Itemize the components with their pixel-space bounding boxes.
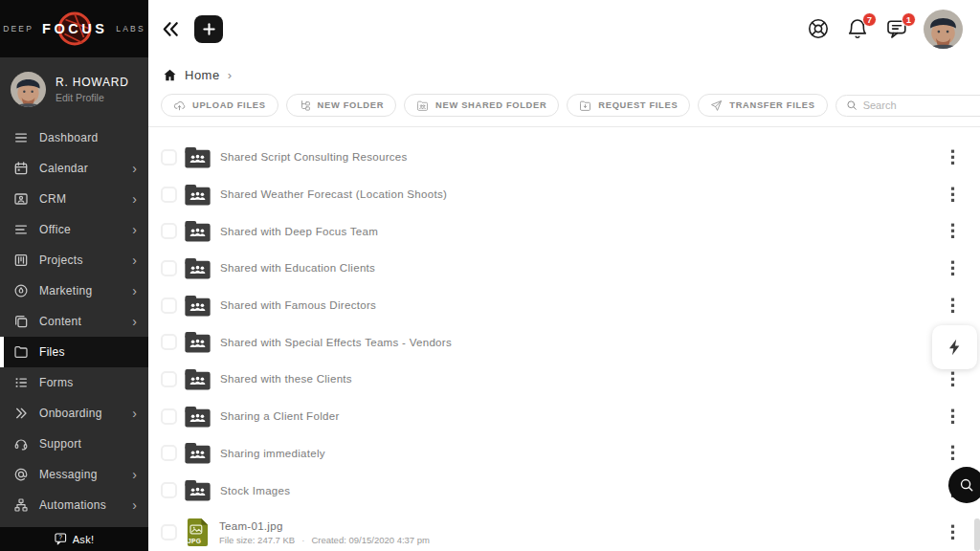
ask-label: Ask! (73, 534, 95, 545)
request-files-icon (579, 99, 591, 112)
kebab-menu-icon[interactable] (947, 408, 958, 425)
row-checkbox[interactable] (161, 445, 177, 461)
search-input[interactable] (863, 99, 980, 111)
folder-name[interactable]: Shared with Deep Focus Team (220, 226, 947, 237)
kebab-menu-icon[interactable] (947, 223, 958, 239)
sidebar-item-messaging[interactable]: Messaging › (0, 459, 148, 490)
sidebar-item-label: CRM (39, 192, 122, 206)
kebab-menu-icon[interactable] (947, 298, 958, 314)
file-name[interactable]: Team-01.jpg (219, 520, 947, 532)
folder-name[interactable]: Shared with Education Clients (220, 262, 947, 274)
folder-row[interactable]: Shared Weather Forecast (Location Shoots… (148, 176, 980, 213)
new-folder-button[interactable]: NEW FOLDER (286, 94, 397, 117)
request-files-button[interactable]: REQUEST FILES (567, 94, 690, 117)
scrollbar-thumb[interactable] (974, 518, 980, 551)
shared-folder-icon (184, 330, 212, 354)
sidebar-item-automations[interactable]: Automations › (0, 490, 148, 520)
calendar-icon (13, 161, 29, 176)
row-checkbox[interactable] (161, 187, 177, 203)
quick-actions-button[interactable] (932, 325, 977, 369)
shared-folder-icon (184, 294, 212, 318)
sidebar-item-forms[interactable]: Forms › (0, 367, 148, 398)
breadcrumb-home[interactable]: Home (185, 68, 220, 82)
sidebar-item-office[interactable]: Office › (0, 214, 148, 245)
row-checkbox[interactable] (161, 408, 177, 425)
folder-row[interactable]: Sharing a Client Folder (148, 398, 980, 435)
profile-section[interactable]: R. HOWARD Edit Profile (0, 57, 148, 121)
upload-files-button[interactable]: UPLOAD FILES (161, 94, 278, 117)
help-lifebuoy-icon[interactable] (807, 17, 830, 40)
row-checkbox[interactable] (161, 149, 177, 165)
row-checkbox[interactable] (161, 260, 177, 276)
sidebar-item-calendar[interactable]: Calendar › (0, 153, 148, 184)
kebab-menu-icon[interactable] (947, 149, 958, 165)
svg-text:?: ? (58, 534, 62, 540)
row-checkbox[interactable] (161, 334, 177, 350)
folder-row[interactable]: Sharing immediately (148, 435, 980, 473)
sidebar-item-dashboard[interactable]: Dashboard › (0, 122, 148, 153)
new-shared-folder-button[interactable]: NEW SHARED FOLDER (404, 94, 559, 117)
sidebar-item-label: Automations (39, 498, 122, 512)
plus-icon (200, 20, 218, 38)
sidebar-item-onboarding[interactable]: Onboarding › (0, 398, 148, 429)
sidebar-item-support[interactable]: Support › (0, 429, 148, 459)
logo-word-labs: LABS (116, 24, 145, 33)
notifications-bell-icon[interactable]: 7 (846, 17, 869, 40)
folder-row[interactable]: Shared with Famous Directors (148, 287, 980, 324)
folder-name[interactable]: Shared with Famous Directors (220, 299, 947, 311)
folder-name[interactable]: Stock Images (220, 485, 947, 496)
collapse-sidebar-icon[interactable] (160, 18, 182, 40)
sidebar-item-label: Projects (39, 253, 122, 267)
chevron-right-icon: › (132, 223, 137, 236)
home-icon[interactable] (163, 68, 177, 82)
file-row[interactable]: JPG Team-01.jpg File size: 247.7 KB · Cr… (148, 509, 980, 551)
folder-name[interactable]: Shared Script Consulting Resources (220, 151, 947, 163)
folder-row[interactable]: Shared with these Clients (148, 361, 980, 398)
chevron-right-icon: › (132, 315, 137, 328)
logo-word-focus: FOCUS (42, 21, 107, 36)
sidebar-item-label: Files (39, 345, 122, 359)
row-checkbox[interactable] (161, 482, 177, 498)
toolbar-button-label: REQUEST FILES (598, 100, 678, 110)
kebab-menu-icon[interactable] (947, 187, 958, 203)
kebab-menu-icon[interactable] (947, 524, 958, 540)
sidebar-item-label: Content (39, 315, 122, 328)
kebab-menu-icon[interactable] (947, 260, 958, 276)
folder-name[interactable]: Sharing immediately (220, 448, 947, 459)
row-checkbox[interactable] (161, 524, 177, 540)
ask-button[interactable]: ? Ask! (0, 527, 148, 551)
floating-search-button[interactable] (948, 467, 980, 503)
logo: DEEP FOCUS LABS (0, 0, 148, 57)
folder-name[interactable]: Shared with Special Effects Teams - Vend… (220, 337, 947, 348)
row-checkbox[interactable] (161, 223, 177, 239)
sidebar-item-marketing[interactable]: Marketing › (0, 276, 148, 306)
add-new-button[interactable] (194, 15, 223, 43)
folder-name[interactable]: Sharing a Client Folder (220, 410, 947, 422)
sidebar-item-content[interactable]: Content › (0, 306, 148, 337)
sidebar-item-label: Forms (39, 376, 122, 389)
kebab-menu-icon[interactable] (947, 371, 958, 387)
svg-text:JPG: JPG (188, 539, 201, 545)
forms-icon (13, 375, 29, 390)
row-checkbox[interactable] (161, 371, 177, 387)
edit-profile-link[interactable]: Edit Profile (56, 92, 129, 103)
folder-row[interactable]: Shared with Deep Focus Team (148, 212, 980, 250)
sitemap-icon (13, 497, 29, 513)
messages-chat-icon[interactable]: 1 (885, 17, 908, 40)
row-checkbox[interactable] (161, 298, 177, 314)
shared-folder-icon (416, 99, 429, 112)
folder-row[interactable]: Shared with Education Clients (148, 250, 980, 287)
sidebar-item-label: Calendar (39, 162, 122, 175)
folder-name[interactable]: Shared Weather Forecast (Location Shoots… (220, 188, 947, 200)
folder-name[interactable]: Shared with these Clients (220, 373, 947, 385)
onboarding-icon (13, 406, 29, 421)
kebab-menu-icon[interactable] (947, 445, 958, 461)
sidebar-item-files[interactable]: Files › (0, 337, 148, 367)
transfer-files-button[interactable]: TRANSFER FILES (698, 94, 827, 117)
folder-row[interactable]: Shared with Special Effects Teams - Vend… (148, 323, 980, 361)
folder-row[interactable]: Stock Images (148, 472, 980, 509)
sidebar-item-crm[interactable]: CRM › (0, 184, 148, 214)
user-avatar[interactable] (924, 10, 963, 49)
sidebar-item-projects[interactable]: Projects › (0, 245, 148, 276)
folder-row[interactable]: Shared Script Consulting Resources (148, 139, 980, 176)
